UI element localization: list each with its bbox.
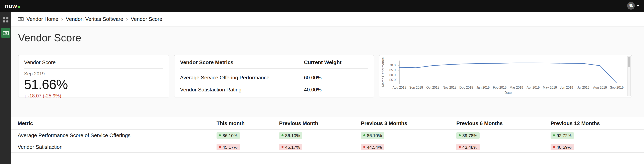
sidebar-item-vendor-workspace[interactable] — [1, 28, 10, 38]
column-header-previous-12-months: Previous 12 Months — [550, 120, 644, 126]
logo-text: now — [5, 2, 17, 9]
breadcrumb-vendor-veritas[interactable]: Vendor: Veritas Software — [66, 16, 123, 22]
trend-line — [400, 63, 617, 83]
metric-value-badge: 43.48% — [456, 144, 480, 150]
metric-value-badge: 89.78% — [456, 132, 480, 139]
app-sidebar — [0, 12, 11, 164]
table-row[interactable]: Average Performance Score of Service Off… — [11, 130, 644, 141]
score-change-text: -18.07 (-25.9%) — [28, 93, 61, 99]
chart-x-axis-title: Date — [504, 91, 512, 95]
card-divider — [24, 68, 163, 68]
card-divider — [180, 68, 368, 68]
svg-text:Feb 2019: Feb 2019 — [493, 86, 507, 89]
apps-grid-icon — [3, 17, 8, 22]
logo-dot-icon — [18, 6, 20, 8]
column-header-previous-3-months: Previous 3 Months — [361, 120, 456, 126]
metric-label: Vendor Satisfaction Rating — [180, 86, 304, 93]
metric-value-badge: 44.54% — [361, 144, 384, 150]
metric-value: 43.48% — [462, 145, 478, 150]
breadcrumb: Vendor Home › Vendor: Veritas Software ›… — [11, 12, 644, 26]
chart-scrollbar[interactable] — [627, 56, 631, 96]
svg-text:Apr 2019: Apr 2019 — [527, 86, 540, 89]
metric-value: 86.10% — [285, 133, 300, 138]
chart-scrollbar-thumb[interactable] — [628, 57, 630, 67]
score-value: 51.66% — [24, 78, 163, 92]
svg-text:Oct 2018: Oct 2018 — [426, 86, 439, 89]
table-header-row: Metric This month Previous Month Previou… — [11, 117, 644, 130]
metric-value-badge: 40.59% — [550, 144, 574, 150]
metric-weight: 40.00% — [304, 86, 368, 93]
column-header-previous-month: Previous Month — [279, 120, 361, 126]
svg-text:Dec 2018: Dec 2018 — [459, 86, 473, 89]
sidebar-item-all-apps[interactable] — [1, 15, 10, 24]
metric-value: 92.72% — [556, 133, 572, 138]
metric-name: Average Performance Score of Service Off… — [18, 132, 216, 138]
svg-text:65.00: 65.00 — [389, 68, 398, 72]
summary-cards: Vendor Score Sep 2019 51.66% ↓ -18.07 (-… — [18, 55, 632, 98]
svg-text:Jun 2019: Jun 2019 — [560, 86, 573, 89]
metric-performance-line-chart: Metric Performance 70.0065.0060.0055.00 … — [381, 57, 626, 98]
status-dot-icon — [219, 146, 221, 148]
x-axis-tick-labels: Aug 2018Sep 2018Oct 2018Nov 2018Dec 2018… — [392, 86, 624, 89]
column-header-this-month: This month — [216, 120, 279, 126]
column-header-metric: Metric — [18, 120, 216, 126]
svg-text:Jul 2019: Jul 2019 — [577, 86, 590, 89]
servicenow-logo[interactable]: now — [5, 2, 20, 9]
main-area: Vendor Home › Vendor: Veritas Software ›… — [11, 12, 644, 164]
metrics-card-title: Vendor Score Metrics — [180, 59, 304, 65]
svg-text:60.00: 60.00 — [389, 74, 398, 77]
svg-text:Aug 2018: Aug 2018 — [392, 86, 406, 89]
vendor-icon — [18, 16, 24, 22]
top-bar: now NN — [0, 0, 644, 12]
status-dot-icon — [459, 134, 461, 136]
metrics-history-table: Metric This month Previous Month Previou… — [11, 117, 644, 164]
vendor-score-card-title: Vendor Score — [24, 59, 163, 65]
column-header-previous-6-months: Previous 6 Months — [456, 120, 550, 126]
status-dot-icon — [363, 134, 365, 136]
metric-value-badge: 45.17% — [279, 144, 302, 150]
metric-value: 40.59% — [556, 145, 572, 150]
y-axis-tick-labels: 70.0065.0060.0055.00 — [389, 64, 400, 82]
svg-text:Nov 2018: Nov 2018 — [443, 86, 456, 89]
breadcrumb-separator-icon: › — [61, 16, 63, 22]
metric-name: Vendor Satisfaction — [18, 144, 216, 150]
svg-text:Sep 2019: Sep 2019 — [610, 86, 624, 89]
metric-label: Average Service Offering Performance — [180, 74, 304, 80]
arrow-down-icon: ↓ — [24, 93, 26, 99]
metric-value: 45.17% — [222, 145, 238, 150]
current-weight-header: Current Weight — [304, 59, 368, 65]
metric-performance-chart-card: Metric Performance 70.0065.0060.0055.00 … — [379, 55, 632, 98]
status-dot-icon — [219, 134, 221, 136]
metric-value: 45.17% — [285, 145, 300, 150]
metric-value-badge: 86.10% — [216, 132, 240, 139]
status-dot-icon — [282, 146, 284, 148]
svg-text:Mar 2019: Mar 2019 — [510, 86, 523, 89]
metric-weight: 60.00% — [304, 74, 368, 80]
metric-weight-row: Vendor Satisfaction Rating 40.00% — [180, 86, 368, 93]
metric-value: 89.78% — [462, 133, 478, 138]
svg-text:70.00: 70.00 — [389, 64, 398, 67]
metric-value-badge: 86.10% — [279, 132, 302, 139]
status-dot-icon — [553, 134, 555, 136]
table-row[interactable]: Vendor Satisfaction 45.17% 45.17% 44.54%… — [11, 141, 644, 153]
breadcrumb-vendor-home[interactable]: Vendor Home — [26, 16, 58, 22]
page-title: Vendor Score — [18, 32, 632, 44]
metric-value: 86.10% — [367, 133, 382, 138]
metric-weight-row: Average Service Offering Performance 60.… — [180, 74, 368, 80]
svg-text:Aug 2019: Aug 2019 — [593, 86, 607, 89]
vendor-score-metrics-card: Vendor Score Metrics Current Weight Aver… — [174, 55, 374, 98]
status-dot-icon — [282, 134, 284, 136]
chart-y-axis-title: Metric Performance — [381, 57, 385, 87]
app-window: now NN — [0, 0, 644, 164]
user-menu-button[interactable]: NN — [627, 2, 639, 10]
status-dot-icon — [363, 146, 365, 148]
svg-text:55.00: 55.00 — [389, 78, 398, 82]
avatar: NN — [627, 2, 635, 10]
page-content: Vendor Score Vendor Score Sep 2019 51.66… — [11, 26, 644, 98]
score-change: ↓ -18.07 (-25.9%) — [24, 93, 163, 99]
vendor-icon — [2, 30, 8, 36]
svg-text:Jan 2019: Jan 2019 — [476, 86, 490, 89]
chevron-down-icon — [637, 5, 639, 6]
status-dot-icon — [553, 146, 555, 148]
metric-value-badge: 92.72% — [550, 132, 574, 139]
